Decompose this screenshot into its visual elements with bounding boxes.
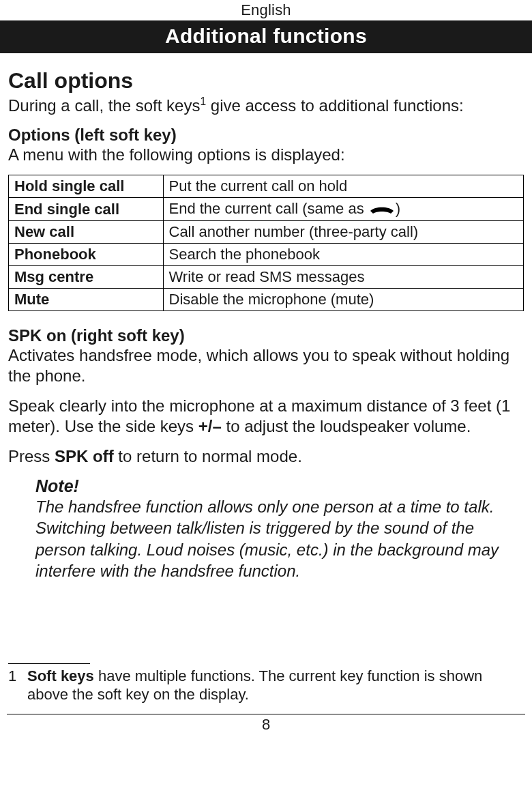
text: to adjust the loudspeaker volume. <box>222 417 471 435</box>
footnote-bold: Soft keys <box>27 667 94 684</box>
footnote-text: Soft keys have multiple functions. The c… <box>27 667 524 704</box>
spk-on-heading: SPK on (right soft key) <box>8 326 524 345</box>
options-table: Hold single call Put the current call on… <box>8 175 524 311</box>
volume-keys-label: +/– <box>198 417 222 435</box>
option-desc: Disable the microphone (mute) <box>163 289 524 311</box>
table-row: Mute Disable the microphone (mute) <box>9 289 524 311</box>
note-block: Note! The handsfree function allows only… <box>8 476 524 581</box>
text: ) <box>396 200 400 217</box>
call-options-heading: Call options <box>8 68 524 93</box>
language-label: English <box>8 1 524 19</box>
option-desc: End the current call (same as ) <box>163 198 524 221</box>
option-desc: Put the current call on hold <box>163 175 524 198</box>
call-options-intro: During a call, the soft keys1 give acces… <box>8 95 524 116</box>
spk-p1: Activates handsfree mode, which allows y… <box>8 345 524 386</box>
option-name: Hold single call <box>9 175 164 198</box>
spk-off-label: SPK off <box>55 447 114 465</box>
end-call-icon <box>368 201 396 218</box>
options-left-heading: Options (left soft key) <box>8 126 524 145</box>
footnote-ref: 1 <box>200 96 206 107</box>
option-name: Mute <box>9 289 164 311</box>
text: to return to normal mode. <box>114 447 302 465</box>
footnote: 1 Soft keys have multiple functions. The… <box>8 667 524 704</box>
table-row: Hold single call Put the current call on… <box>9 175 524 198</box>
footnote-number: 1 <box>8 667 27 704</box>
note-title: Note! <box>35 476 524 496</box>
option-name: End single call <box>9 198 164 221</box>
option-name: Phonebook <box>9 244 164 266</box>
footnote-separator <box>8 663 90 664</box>
text: Press <box>8 447 55 465</box>
text: End the current call (same as <box>169 200 368 217</box>
table-row: New call Call another number (three-part… <box>9 221 524 244</box>
page-number: 8 <box>8 716 524 734</box>
spk-p2: Speak clearly into the microphone at a m… <box>8 396 524 437</box>
text: give access to additional functions: <box>206 96 464 115</box>
text: have multiple functions. The current key… <box>27 667 482 704</box>
text: During a call, the soft keys <box>8 96 200 115</box>
options-left-desc: A menu with the following options is dis… <box>8 145 524 165</box>
section-banner: Additional functions <box>0 20 532 53</box>
bottom-rule <box>7 714 525 714</box>
option-name: Msg centre <box>9 266 164 289</box>
option-desc: Search the phonebook <box>163 244 524 266</box>
table-row: Phonebook Search the phonebook <box>9 244 524 266</box>
spk-p3: Press SPK off to return to normal mode. <box>8 446 524 467</box>
table-row: Msg centre Write or read SMS messages <box>9 266 524 289</box>
table-row: End single call End the current call (sa… <box>9 198 524 221</box>
option-desc: Write or read SMS messages <box>163 266 524 289</box>
note-body: The handsfree function allows only one p… <box>35 496 524 581</box>
option-desc: Call another number (three-party call) <box>163 221 524 244</box>
option-name: New call <box>9 221 164 244</box>
